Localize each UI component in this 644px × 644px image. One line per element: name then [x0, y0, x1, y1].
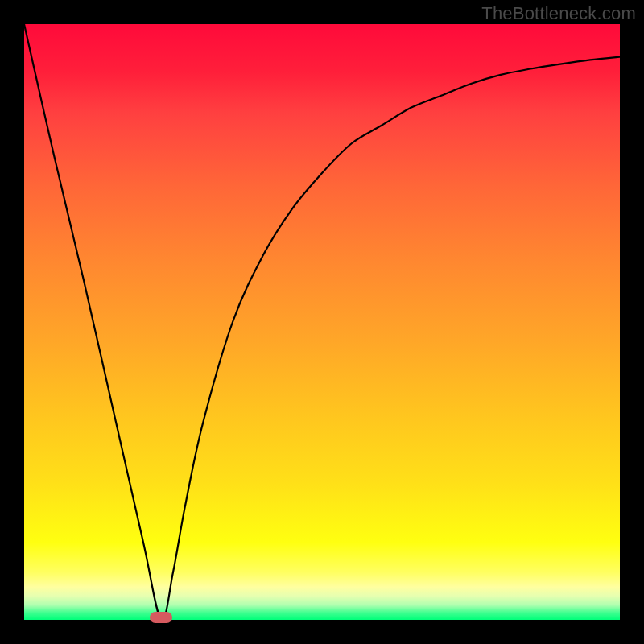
- chart-frame: TheBottleneck.com: [0, 0, 644, 644]
- plot-area: [24, 24, 620, 620]
- optimum-marker: [150, 612, 172, 623]
- watermark-text: TheBottleneck.com: [481, 3, 636, 24]
